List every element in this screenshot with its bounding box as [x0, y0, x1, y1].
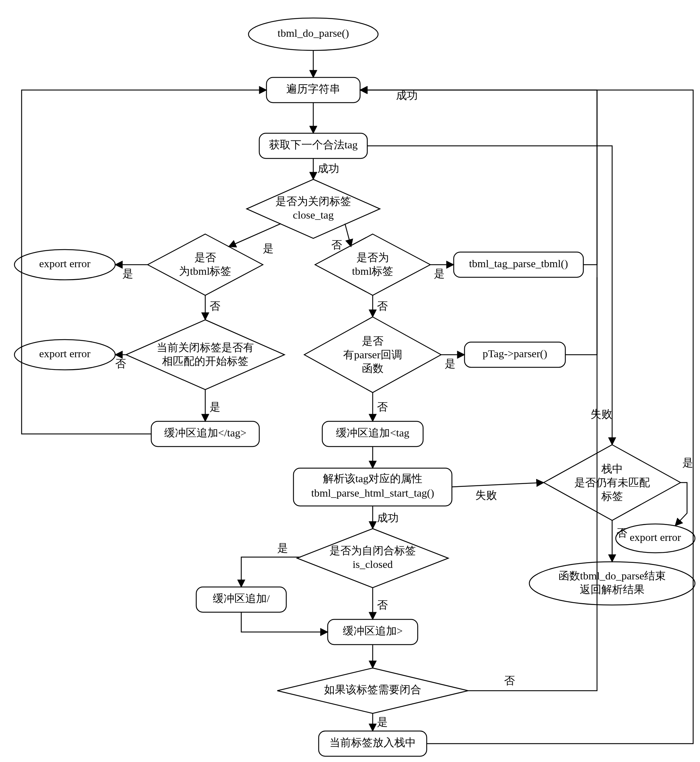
svg-text:否: 否 [377, 599, 388, 611]
edge-getnext-stack [367, 146, 612, 445]
node-append-gt-label: 缓冲区追加> [343, 625, 403, 637]
edge-isclose-right [345, 223, 351, 247]
svg-text:tbml标签: tbml标签 [352, 265, 393, 277]
svg-text:否: 否 [209, 300, 220, 312]
svg-text:相匹配的开始标签: 相匹配的开始标签 [162, 355, 248, 367]
node-error-left2-label: export error [39, 348, 91, 359]
svg-text:函数tbml_do_parse结束: 函数tbml_do_parse结束 [558, 570, 666, 582]
node-append-open-label: 缓冲区追加<tag [336, 427, 409, 439]
svg-text:失败: 失败 [475, 489, 497, 501]
svg-text:否: 否 [377, 401, 388, 413]
svg-text:是: 是 [682, 457, 693, 468]
svg-text:是: 是 [263, 242, 273, 254]
edge-ptag-loop [565, 277, 597, 355]
svg-text:否: 否 [504, 675, 515, 686]
flowchart: tbml_do_parse() 遍历字符串 获取下一个合法tag 是否为关闭标签… [0, 0, 700, 762]
node-error-right-label: export error [630, 531, 681, 543]
edge-stack-err [675, 482, 687, 526]
svg-text:栈中: 栈中 [601, 463, 623, 475]
svg-text:是: 是 [277, 542, 288, 554]
node-append-close-label: 缓冲区追加</tag> [164, 427, 247, 439]
svg-text:有parser回调: 有parser回调 [343, 348, 402, 361]
edge-parseattr-stack [452, 482, 544, 487]
svg-text:否: 否 [115, 358, 126, 370]
node-traverse-label: 遍历字符串 [286, 83, 340, 95]
svg-text:失败: 失败 [591, 408, 612, 420]
svg-text:是否: 是否 [194, 251, 216, 263]
node-ptag-parser-label: pTag->parser() [483, 348, 547, 360]
svg-text:是: 是 [445, 358, 456, 370]
svg-text:成功: 成功 [396, 89, 418, 101]
node-error-left1-label: export error [39, 258, 91, 269]
svg-text:close_tag: close_tag [293, 209, 333, 221]
node-start-label: tbml_do_parse() [278, 27, 349, 39]
svg-text:是: 是 [434, 267, 445, 280]
svg-text:是否为: 是否为 [356, 251, 389, 263]
edge-parsetbml-loop [583, 90, 597, 265]
svg-text:标签: 标签 [601, 490, 623, 502]
svg-text:成功: 成功 [377, 512, 398, 524]
svg-text:is_closed: is_closed [353, 558, 393, 570]
node-append-slash-label: 缓冲区追加/ [213, 592, 270, 604]
svg-text:否: 否 [377, 300, 388, 312]
node-need-close-label: 如果该标签需要闭合 [324, 684, 421, 695]
svg-text:解析该tag对应的属性: 解析该tag对应的属性 [323, 473, 423, 484]
svg-text:是: 是 [377, 716, 388, 728]
svg-text:返回解析结果: 返回解析结果 [580, 583, 645, 595]
svg-text:函数: 函数 [362, 362, 383, 374]
svg-text:是否仍有未匹配: 是否仍有未匹配 [574, 476, 650, 488]
svg-text:是否: 是否 [362, 335, 383, 347]
edge-slash-gt [241, 612, 328, 632]
edge-push-loop [360, 90, 693, 744]
svg-text:tbml_parse_html_start_tag(): tbml_parse_html_start_tag() [311, 487, 434, 499]
node-parse-tbml-label: tbml_tag_parse_tbml() [469, 258, 568, 270]
node-getnext-label: 获取下一个合法tag [269, 139, 358, 150]
edge-isselfclose-slash [241, 557, 301, 587]
svg-text:否: 否 [616, 527, 627, 539]
svg-text:当前关闭标签是否有: 当前关闭标签是否有 [157, 341, 254, 353]
node-push-stack-label: 当前标签放入栈中 [330, 736, 416, 748]
svg-text:是否为自闭合标签: 是否为自闭合标签 [330, 545, 416, 556]
svg-text:否: 否 [331, 239, 342, 251]
svg-text:是: 是 [122, 267, 133, 280]
svg-text:为tbml标签: 为tbml标签 [179, 265, 231, 277]
svg-text:是否为关闭标签: 是否为关闭标签 [275, 195, 351, 207]
svg-text:是: 是 [209, 401, 220, 413]
svg-text:成功: 成功 [317, 162, 339, 174]
